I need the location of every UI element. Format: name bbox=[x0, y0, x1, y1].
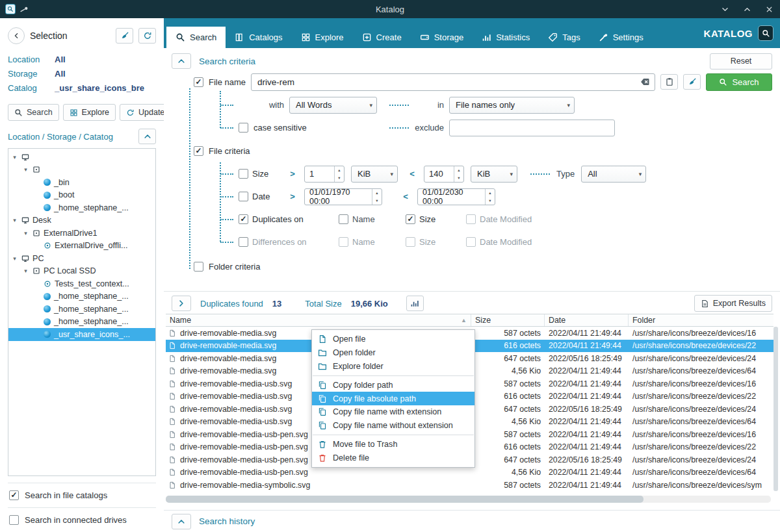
duplicates-checkbox[interactable] bbox=[239, 214, 248, 224]
scrollbar-handle[interactable] bbox=[166, 496, 644, 503]
spinner-arrows[interactable]: ▴▾ bbox=[334, 166, 344, 182]
differences-checkbox[interactable] bbox=[239, 237, 248, 247]
vertical-scrollbar[interactable] bbox=[774, 327, 778, 491]
search-in-catalogs-checkbox[interactable] bbox=[9, 490, 19, 500]
duplicates-name-checkbox[interactable] bbox=[339, 214, 348, 224]
paste-button[interactable] bbox=[660, 74, 678, 90]
menu-item-copy-folder-path[interactable]: Copy folder path bbox=[312, 378, 474, 392]
column-header-size[interactable]: Size bbox=[471, 314, 545, 326]
tree-item[interactable]: ▾ _bin bbox=[8, 176, 155, 189]
tree-item[interactable]: ▾ _home_stephane_... bbox=[8, 290, 155, 303]
menu-item-copy-file-name-without-extension[interactable]: Copy file name without extension bbox=[312, 419, 474, 433]
date-min-spinner[interactable]: 01/01/1970 00:00▴▾ bbox=[304, 188, 382, 205]
size-max-unit-select[interactable]: KiB▾ bbox=[471, 166, 517, 183]
tab-catalogs[interactable]: Catalogs bbox=[226, 27, 291, 48]
clear-input-icon[interactable] bbox=[640, 77, 651, 87]
type-select[interactable]: All▾ bbox=[581, 166, 646, 183]
export-results-button[interactable]: Export Results bbox=[694, 295, 772, 312]
expander-icon[interactable]: ▾ bbox=[11, 154, 18, 160]
table-row[interactable]: drive-removable-media-usb-pen.svg 4,56 K… bbox=[166, 466, 774, 479]
spinner-arrows[interactable]: ▴▾ bbox=[485, 189, 495, 205]
spinner-arrows[interactable]: ▴▾ bbox=[454, 166, 463, 182]
exclude-input[interactable] bbox=[449, 120, 615, 136]
column-header-date[interactable]: Date bbox=[545, 314, 629, 326]
match-mode-select[interactable]: All Words▾ bbox=[289, 97, 377, 114]
expand-history-button[interactable] bbox=[172, 514, 191, 529]
tree-item[interactable]: ▾ _home_stephane_... bbox=[8, 316, 155, 329]
tree-item[interactable]: ▾ _boot bbox=[8, 189, 155, 202]
pin-icon[interactable] bbox=[20, 4, 30, 14]
catalog-filter-value[interactable]: _usr_share_icons_bre bbox=[55, 83, 144, 93]
menu-item-open-folder[interactable]: Open folder bbox=[312, 346, 474, 360]
differences-size-checkbox[interactable] bbox=[406, 237, 415, 247]
search-in-drives-checkbox[interactable] bbox=[9, 515, 19, 525]
collapse-criteria-button[interactable] bbox=[172, 53, 191, 69]
size-max-spinner[interactable]: 140▴▾ bbox=[424, 166, 464, 183]
sidebar-search-button[interactable]: Search bbox=[8, 104, 59, 121]
tab-tags[interactable]: Tags bbox=[539, 27, 589, 48]
tree-item[interactable]: ▾ _home_stephane_... bbox=[8, 201, 155, 214]
tree-item[interactable]: ▾ bbox=[8, 164, 155, 177]
expander-icon[interactable]: ▾ bbox=[22, 230, 29, 236]
window-close-button[interactable] bbox=[758, 0, 780, 18]
search-button[interactable]: Search bbox=[706, 73, 772, 91]
menu-item-copy-file-absolute-path[interactable]: Copy file absolute path bbox=[312, 392, 474, 405]
case-sensitive-checkbox[interactable] bbox=[239, 123, 248, 133]
date-max-spinner[interactable]: 01/01/2030 00:00▴▾ bbox=[417, 188, 495, 205]
menu-item-move-file-to-trash[interactable]: Move file to Trash bbox=[312, 438, 474, 451]
table-row[interactable]: drive-removable-media-symbolic.svg 587 o… bbox=[166, 479, 774, 492]
expander-icon[interactable]: ▾ bbox=[22, 166, 29, 173]
file-criteria-checkbox[interactable] bbox=[194, 146, 203, 156]
column-header-folder[interactable]: Folder bbox=[629, 314, 774, 326]
window-maximize-button[interactable] bbox=[736, 0, 758, 18]
search-in-select[interactable]: File names only▾ bbox=[449, 97, 575, 114]
size-min-spinner[interactable]: 1▴▾ bbox=[304, 166, 344, 183]
tree-item[interactable]: ▾ bbox=[8, 151, 155, 164]
sidebar-explore-button[interactable]: Explore bbox=[63, 104, 116, 121]
tab-search[interactable]: Search bbox=[166, 27, 226, 48]
differences-date-checkbox[interactable] bbox=[466, 237, 476, 247]
size-min-unit-select[interactable]: KiB▾ bbox=[351, 166, 398, 183]
back-button[interactable] bbox=[8, 27, 25, 44]
menu-item-explore-folder[interactable]: Explore folder bbox=[312, 360, 474, 374]
tab-storage[interactable]: Storage bbox=[411, 27, 473, 48]
clear-selection-button[interactable] bbox=[116, 28, 133, 44]
folder-criteria-checkbox[interactable] bbox=[194, 262, 203, 272]
column-header-name[interactable]: Name▲ bbox=[166, 314, 471, 326]
size-checkbox[interactable] bbox=[239, 169, 248, 179]
location-filter-value[interactable]: All bbox=[55, 55, 66, 64]
expander-icon[interactable]: ▾ bbox=[22, 268, 29, 274]
clear-form-button[interactable] bbox=[683, 74, 701, 90]
tab-settings[interactable]: Settings bbox=[590, 27, 653, 48]
tree-item[interactable]: ▾ ExternalDrive_offli... bbox=[8, 240, 155, 253]
expander-icon[interactable]: ▾ bbox=[11, 217, 18, 223]
menu-item-copy-file-name-with-extension[interactable]: Copy file name with extension bbox=[312, 405, 474, 419]
window-minimize-button[interactable] bbox=[714, 0, 736, 18]
tab-create[interactable]: Create bbox=[353, 27, 411, 48]
file-name-checkbox[interactable] bbox=[194, 77, 203, 87]
menu-item-open-file[interactable]: Open file bbox=[312, 333, 474, 346]
tree-item[interactable]: ▾ _home_stephane_... bbox=[8, 303, 155, 316]
tree-item[interactable]: ▾ ExternalDrive1 bbox=[8, 227, 155, 240]
tree-item[interactable]: ▾ _usr_share_icons_... bbox=[8, 328, 155, 341]
storage-filter-value[interactable]: All bbox=[55, 69, 66, 79]
expander-icon[interactable]: ▾ bbox=[11, 255, 18, 262]
tab-statistics[interactable]: Statistics bbox=[473, 27, 539, 48]
refresh-selection-button[interactable] bbox=[138, 28, 156, 44]
tree-item[interactable]: ▾ PC Local SSD bbox=[8, 265, 155, 278]
date-checkbox[interactable] bbox=[239, 192, 248, 201]
duplicates-date-checkbox[interactable] bbox=[466, 214, 476, 224]
tree-item[interactable]: ▾ PC bbox=[8, 252, 155, 265]
horizontal-scrollbar[interactable] bbox=[166, 496, 771, 503]
chart-view-button[interactable] bbox=[406, 296, 424, 311]
duplicates-size-checkbox[interactable] bbox=[406, 214, 415, 224]
tab-explore[interactable]: Explore bbox=[292, 27, 353, 48]
spinner-arrows[interactable]: ▴▾ bbox=[372, 189, 382, 205]
tree-item[interactable]: ▾ Tests_test_context... bbox=[8, 277, 155, 290]
differences-name-checkbox[interactable] bbox=[339, 237, 348, 247]
menu-item-delete-file[interactable]: Delete file bbox=[312, 451, 474, 464]
expand-results-button[interactable] bbox=[172, 296, 191, 311]
tree-item[interactable]: ▾ Desk bbox=[8, 214, 155, 227]
reset-button[interactable]: Reset bbox=[710, 53, 772, 70]
collapse-tree-button[interactable] bbox=[138, 129, 156, 144]
